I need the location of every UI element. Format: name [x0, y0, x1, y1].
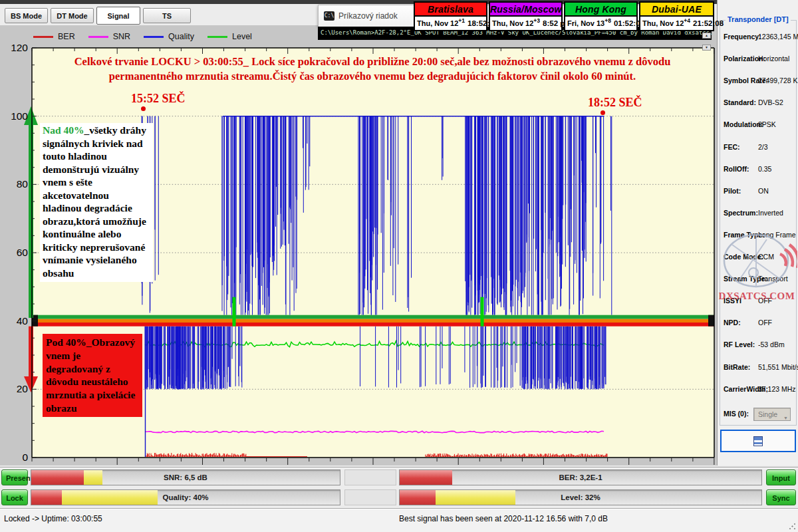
- transponder-field-standard: Standard:DVB-S2: [720, 98, 796, 108]
- clock-moscow: Russia/Moscow Thu, Nov 12 +3 8:52 pm: [489, 1, 563, 31]
- quality-bar-text: Quality: 40%: [31, 490, 340, 505]
- clock-city-label: Dubai-UAE: [640, 3, 713, 17]
- field-value: OFF: [758, 319, 772, 327]
- status-bar: Locked -> Uptime: 03:00:55 Best signal h…: [0, 508, 798, 532]
- level-spike: [481, 297, 484, 327]
- clock-bratislava: Bratislava Thu, Nov 12 +1 18:52:08: [414, 1, 487, 31]
- transponder-field-rf-level: RF Level:-53 dBm: [720, 340, 796, 350]
- chart-headline-note: Celkové trvanie LOCKU > 03:00:55_ Lock s…: [37, 55, 708, 84]
- tab-ts-analyzer[interactable]: TS Analyzer (OK): [143, 8, 191, 23]
- field-value: Horizontal: [758, 55, 789, 63]
- field-value: 2/3: [758, 143, 768, 151]
- mis-dropdown[interactable]: Single ▼: [753, 408, 791, 421]
- field-value: Transport: [758, 275, 788, 283]
- time-marker-start-dot: [141, 106, 146, 111]
- transponder-field-symbol-rate: Symbol Rate:27499,728 KS/s: [720, 76, 796, 86]
- field-label: Pilot:: [724, 187, 741, 195]
- clock-time-row: Fri, Nov 13 +8 01:52:08: [565, 17, 636, 30]
- scroll-down-icon[interactable]: ▼: [702, 45, 711, 51]
- field-label: MIS (0):: [724, 410, 749, 418]
- bar-divider: [344, 489, 396, 505]
- field-value: 51,551 Mbit/s: [758, 363, 798, 371]
- field-label: FEC:: [724, 143, 740, 151]
- above-threshold-note: Nad 40%_všetky dráhy signálnych kriviek …: [40, 123, 153, 282]
- chart-region: 020406080100120 BER SNR Quality Level Ce…: [0, 25, 717, 466]
- clock-date: Fri, Nov 13: [567, 19, 604, 27]
- field-label: BitRate:: [724, 363, 750, 371]
- field-value: 27499,728 KS/s: [758, 76, 798, 84]
- field-label: RF Level:: [724, 340, 755, 348]
- y-axis-labels: 020406080100120: [11, 42, 28, 463]
- transponder-title: Transponder [DT]: [726, 15, 791, 23]
- clock-utc-offset: +1: [458, 17, 465, 24]
- svg-text:40: 40: [17, 315, 29, 327]
- svg-text:80: 80: [17, 178, 29, 190]
- field-value: OFF: [758, 297, 772, 305]
- clock-dubai: Dubai-UAE Thu, Nov 12 +4 21:52:08: [639, 1, 714, 31]
- svg-text:120: 120: [11, 42, 28, 53]
- field-label: Spectrum:: [724, 209, 758, 217]
- clock-hong-kong: Hong Kong Fri, Nov 13 +8 01:52:08: [564, 1, 638, 31]
- ber-progress-bar: BER: 3,2E-1: [399, 469, 762, 485]
- field-value: Inverted: [758, 209, 783, 217]
- below-threshold-note: Pod 40%_Obrazový vnem je degradovaný z d…: [43, 334, 142, 417]
- time-marker-end-dot: [600, 110, 605, 115]
- field-value: Long Frame: [758, 231, 796, 239]
- field-value: 12363,145 MHz: [758, 33, 798, 41]
- transponder-panel: Transponder [DT] Frequency:12363,145 MHz…: [717, 0, 798, 466]
- clock-date: Thu, Nov 12: [492, 19, 533, 27]
- console-icon: C:\: [324, 11, 334, 21]
- transponder-field-frequency: Frequency:12363,145 MHz: [720, 33, 796, 42]
- time-label-start: 15:52 SEČ: [131, 92, 186, 106]
- quality-line-swatch: [144, 36, 164, 38]
- lock-uptime-status: Locked -> Uptime: 03:00:55: [4, 514, 102, 523]
- transponder-field-rolloff: RollOff:0.35: [720, 165, 796, 174]
- clock-time: 21:52:08: [693, 19, 724, 27]
- clock-date: Thu, Nov 12: [417, 19, 458, 27]
- snr-bar-text: SNR: 6,5 dB: [31, 470, 340, 485]
- field-value: 0.35: [758, 165, 771, 173]
- field-label: Modulation:: [724, 120, 763, 128]
- quality-progress-bar: Quality: 40%: [31, 489, 340, 505]
- ber-line-swatch: [33, 36, 53, 38]
- stream-list-icon: [753, 436, 763, 446]
- chart-legend: BER SNR Quality Level: [33, 32, 252, 41]
- transponder-groupbox: Transponder [DT] Frequency:12363,145 MHz…: [720, 20, 797, 426]
- field-value: ON: [758, 187, 769, 195]
- present-indicator-button[interactable]: Present: [1, 469, 28, 485]
- level-bar-text: Level: 32%: [400, 490, 761, 505]
- clock-city-label: Hong Kong: [565, 3, 636, 17]
- svg-text:100: 100: [11, 110, 28, 122]
- stream-capture-button[interactable]: [720, 430, 796, 452]
- console-title-label: Príkazový riadok: [338, 11, 398, 21]
- transponder-field-fec: FEC:2/3: [720, 143, 796, 152]
- chevron-down-icon: ▼: [783, 412, 788, 424]
- resize-grip[interactable]: [788, 522, 797, 531]
- transponder-field-carrier-width: CarrierWidth:37,123 MHz: [720, 385, 796, 394]
- input-ts-button[interactable]: Input TS: [766, 469, 796, 485]
- ber-bar-text: BER: 3,2E-1: [400, 470, 761, 485]
- snr-line-swatch: [88, 36, 108, 38]
- bar-divider: [344, 469, 396, 485]
- field-label: RollOff:: [724, 165, 749, 173]
- lock-indicator-button[interactable]: Lock: [1, 489, 28, 505]
- svg-text:60: 60: [17, 247, 29, 258]
- tab-signal-mon[interactable]: Signal Mon.: [96, 7, 140, 25]
- field-value: CCM: [758, 253, 774, 261]
- field-label: ISSYI: [724, 297, 741, 305]
- clock-utc-offset: +4: [684, 17, 690, 24]
- sync-ts-button[interactable]: Sync TS: [766, 489, 796, 505]
- field-label: NPD:: [724, 319, 741, 327]
- field-value: 8PSK: [758, 120, 776, 128]
- transponder-field-pilot: Pilot:ON: [720, 187, 796, 196]
- level-progress-bar: Level: 32%: [399, 489, 762, 505]
- best-signal-status: Best signal has been seen at 2020-11-12 …: [399, 514, 608, 523]
- svg-text:20: 20: [17, 383, 29, 394]
- level-line-swatch: [207, 36, 227, 38]
- clock-city-label: Russia/Moscow: [490, 3, 561, 17]
- clock-time-row: Thu, Nov 12 +3 8:52 pm: [490, 17, 561, 30]
- tab-dt-mode[interactable]: DT Mode: [51, 8, 94, 23]
- tab-bs-mode[interactable]: BS Mode: [5, 8, 48, 23]
- scroll-up-icon[interactable]: ▲: [702, 33, 711, 39]
- transponder-field-npd: NPD:OFF: [720, 319, 796, 328]
